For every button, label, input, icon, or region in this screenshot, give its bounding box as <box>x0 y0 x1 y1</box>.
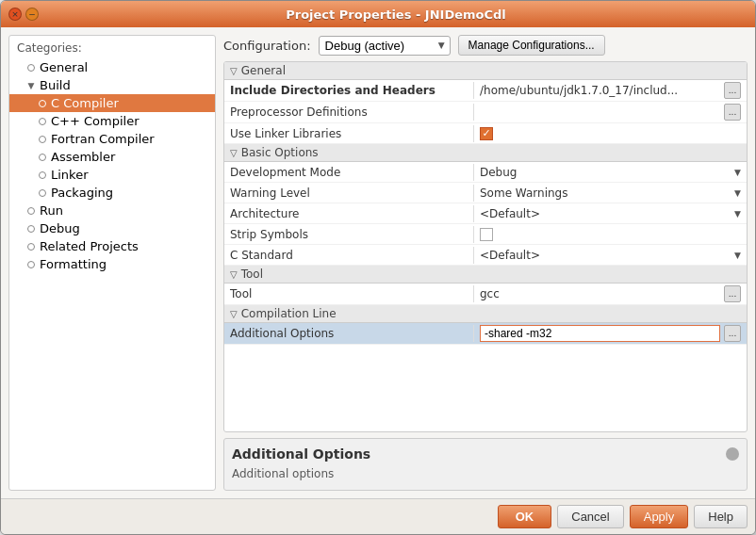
warning-level-val: Some Warnings <box>480 186 731 200</box>
strip-symbols-checkbox[interactable] <box>480 228 493 241</box>
dev-mode-val: Debug <box>480 166 731 179</box>
cancel-button[interactable]: Cancel <box>557 505 623 528</box>
circle-icon <box>25 222 38 235</box>
tool-section-header: ▽ Tool <box>224 266 747 284</box>
c-standard-val: <Default> <box>480 249 731 262</box>
circle-icon <box>36 151 49 164</box>
strip-symbols-label: Strip Symbols <box>224 226 474 243</box>
warning-level-value: Some Warnings ▼ <box>474 185 747 202</box>
additional-options-value: ... <box>474 323 747 344</box>
circle-icon <box>36 115 49 128</box>
tool-row: Tool gcc ... <box>224 284 747 305</box>
sidebar-item-fortran-compiler[interactable]: Fortran Compiler <box>9 130 215 148</box>
use-linker-checkbox[interactable]: ✓ <box>480 127 493 140</box>
main-panel: Configuration: Debug (active) Manage Con… <box>223 35 748 491</box>
collapse-icon[interactable]: ▽ <box>230 309 238 319</box>
categories-sidebar: Categories: General ▼ Build C Compiler C… <box>8 35 216 491</box>
warning-level-row: Warning Level Some Warnings ▼ <box>224 183 747 203</box>
circle-icon <box>36 169 49 182</box>
bottom-bar: OK Cancel Apply Help <box>1 498 755 534</box>
sidebar-item-label: Assembler <box>51 150 115 164</box>
general-section-label: General <box>241 64 286 77</box>
preprocessor-browse[interactable]: ... <box>724 104 741 121</box>
sidebar-item-label: C++ Compiler <box>51 114 140 128</box>
properties-panel: ▽ General Include Directories and Header… <box>223 61 748 432</box>
minimize-button[interactable]: − <box>25 8 39 21</box>
sidebar-item-related-projects[interactable]: Related Projects <box>9 237 215 255</box>
preprocessor-label: Preprocessor Definitions <box>224 104 474 121</box>
sidebar-item-label: Debug <box>40 221 80 235</box>
warning-dropdown-arrow[interactable]: ▼ <box>734 188 741 198</box>
apply-button[interactable]: Apply <box>630 505 689 528</box>
sidebar-item-assembler[interactable]: Assembler <box>9 148 215 166</box>
use-linker-value: ✓ <box>474 125 747 142</box>
architecture-value: <Default> ▼ <box>474 205 747 222</box>
sidebar-item-label: Linker <box>51 168 89 182</box>
config-bar: Configuration: Debug (active) Manage Con… <box>223 35 748 56</box>
ok-button[interactable]: OK <box>498 505 552 528</box>
config-select[interactable]: Debug (active) <box>319 36 451 56</box>
include-dirs-row: Include Directories and Headers /home/ub… <box>224 80 747 102</box>
sidebar-item-debug[interactable]: Debug <box>9 219 215 237</box>
tool-val: gcc <box>480 287 720 300</box>
sidebar-item-label: Run <box>40 203 63 218</box>
additional-options-input[interactable] <box>480 325 720 342</box>
collapse-icon[interactable]: ▽ <box>230 269 238 280</box>
include-dirs-path: /home/ubuntu/jdk1.7.0_17/includ... <box>480 84 720 97</box>
architecture-row: Architecture <Default> ▼ <box>224 203 747 224</box>
help-button[interactable]: Help <box>694 505 748 528</box>
sidebar-item-general[interactable]: General <box>9 58 215 76</box>
config-select-wrapper: Debug (active) <box>319 36 451 56</box>
options-indicator <box>726 447 739 461</box>
include-dirs-browse[interactable]: ... <box>724 82 741 99</box>
sidebar-item-formatting[interactable]: Formatting <box>9 255 215 273</box>
additional-options-label: Additional Options <box>224 325 474 342</box>
tool-value: gcc ... <box>474 284 747 304</box>
sidebar-item-linker[interactable]: Linker <box>9 166 215 184</box>
sidebar-item-build[interactable]: ▼ Build <box>9 76 215 94</box>
manage-configurations-button[interactable]: Manage Configurations... <box>458 35 605 56</box>
sidebar-item-c-compiler[interactable]: C Compiler <box>9 94 215 112</box>
close-button[interactable]: × <box>8 8 22 21</box>
sidebar-item-cpp-compiler[interactable]: C++ Compiler <box>9 112 215 130</box>
sidebar-item-label: Related Projects <box>40 239 139 253</box>
sidebar-item-packaging[interactable]: Packaging <box>9 184 215 202</box>
c-standard-value: <Default> ▼ <box>474 247 747 264</box>
dev-mode-value: Debug ▼ <box>474 164 747 181</box>
basic-options-section-label: Basic Options <box>241 146 319 159</box>
circle-icon <box>25 258 38 271</box>
preprocessor-row: Preprocessor Definitions ... <box>224 102 747 123</box>
architecture-val: <Default> <box>480 207 731 220</box>
circle-icon <box>36 133 49 146</box>
collapse-icon[interactable]: ▽ <box>230 148 238 158</box>
circle-icon <box>25 61 38 74</box>
collapse-icon[interactable]: ▽ <box>230 66 238 76</box>
content-area: Categories: General ▼ Build C Compiler C… <box>1 27 755 498</box>
sidebar-item-label: General <box>40 60 88 74</box>
sidebar-item-label: Packaging <box>51 186 113 200</box>
strip-symbols-row: Strip Symbols <box>224 224 747 245</box>
sidebar-item-label: Build <box>40 78 71 92</box>
tool-section-label: Tool <box>241 268 263 281</box>
checkmark-icon: ✓ <box>482 127 490 139</box>
tool-browse[interactable]: ... <box>724 285 741 302</box>
include-dirs-value: /home/ubuntu/jdk1.7.0_17/includ... ... <box>474 80 747 101</box>
dev-mode-row: Development Mode Debug ▼ <box>224 162 747 183</box>
dev-mode-dropdown-arrow[interactable]: ▼ <box>734 168 741 177</box>
sidebar-item-run[interactable]: Run <box>9 202 215 219</box>
use-linker-libs-row: Use Linker Libraries ✓ <box>224 123 747 144</box>
additional-options-helper: Additional options <box>232 465 739 482</box>
sidebar-item-label: C Compiler <box>51 96 119 110</box>
titlebar: × − Project Properties - JNIDemoCdl <box>1 1 755 27</box>
arch-dropdown-arrow[interactable]: ▼ <box>734 209 741 219</box>
categories-label: Categories: <box>9 40 215 58</box>
warning-level-label: Warning Level <box>224 185 474 202</box>
c-standard-dropdown-arrow[interactable]: ▼ <box>734 251 741 260</box>
main-window: × − Project Properties - JNIDemoCdl Cate… <box>0 0 756 535</box>
config-label: Configuration: <box>223 39 311 53</box>
arrow-down-icon: ▼ <box>25 79 38 92</box>
sidebar-item-label: Formatting <box>40 257 107 271</box>
additional-options-header: Additional Options <box>232 446 739 462</box>
additional-options-browse[interactable]: ... <box>724 325 741 342</box>
circle-icon <box>25 240 38 253</box>
